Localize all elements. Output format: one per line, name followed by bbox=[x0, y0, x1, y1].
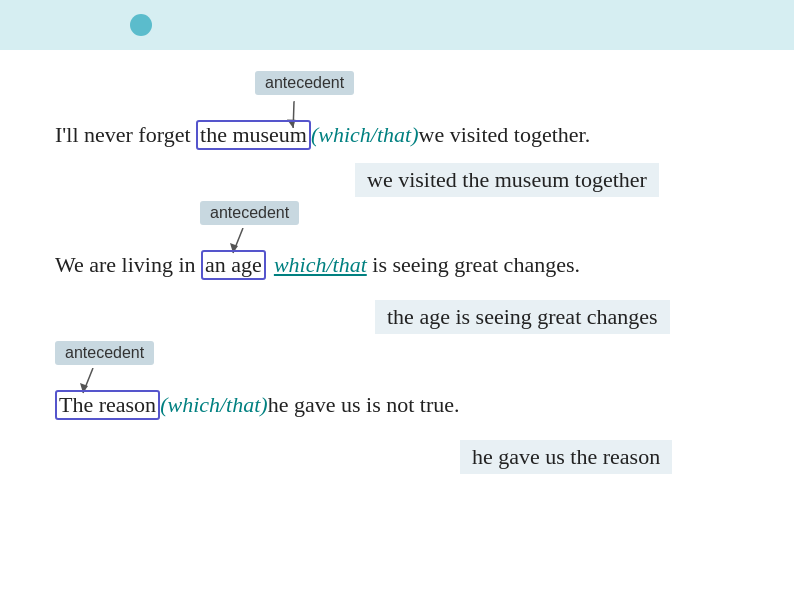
sentence2-text: We are living in an agewhich/that is see… bbox=[55, 250, 580, 280]
sentence2-boxed-phrase: an age bbox=[201, 250, 266, 280]
sentence1-boxed-phrase: the museum bbox=[196, 120, 311, 150]
sentence3-expansion-box: he gave us the reason bbox=[460, 440, 672, 474]
sentence3-expansion: he gave us the reason bbox=[460, 440, 672, 474]
sentence2-exp-red: the age bbox=[387, 304, 450, 329]
sentence1-which-that: (which/that) bbox=[311, 122, 419, 147]
antecedent-label-1: antecedent bbox=[255, 68, 354, 95]
sentence1-text: I'll never forget the museum(which/that)… bbox=[55, 120, 590, 150]
sentence1-exp-before: we visited bbox=[367, 167, 462, 192]
sentence2-exp-after: is seeing great changes bbox=[450, 304, 658, 329]
sentence3-boxed-phrase: The reason bbox=[55, 390, 160, 420]
sentence1-exp-after: together bbox=[569, 167, 647, 192]
sentence1-exp-highlight: the museum bbox=[462, 167, 569, 192]
sentence2-expansion: the age is seeing great changes bbox=[375, 300, 670, 334]
antecedent-label-3: antecedent bbox=[55, 338, 154, 365]
sentence3-exp-red: the reason bbox=[570, 444, 660, 469]
top-dot bbox=[130, 14, 152, 36]
sentence3-which-that: (which/that) bbox=[160, 392, 268, 417]
top-bar bbox=[0, 0, 794, 50]
sentence2-which-that: which/that bbox=[274, 252, 367, 277]
antecedent-label-2: antecedent bbox=[200, 198, 299, 225]
sentence3-after: he gave us is not true. bbox=[268, 392, 460, 417]
sentence1-expansion: we visited the museum together bbox=[355, 163, 659, 197]
sentence2-after: is seeing great changes. bbox=[367, 252, 580, 277]
sentence2-expansion-box: the age is seeing great changes bbox=[375, 300, 670, 334]
sentence3-exp-before: he gave us bbox=[472, 444, 570, 469]
sentence1-expansion-box: we visited the museum together bbox=[355, 163, 659, 197]
sentence2-before: We are living in bbox=[55, 252, 201, 277]
sentence1-before: I'll never forget bbox=[55, 122, 196, 147]
sentence1-after: we visited together. bbox=[419, 122, 591, 147]
sentence3-text: The reason(which/that)he gave us is not … bbox=[55, 390, 460, 420]
